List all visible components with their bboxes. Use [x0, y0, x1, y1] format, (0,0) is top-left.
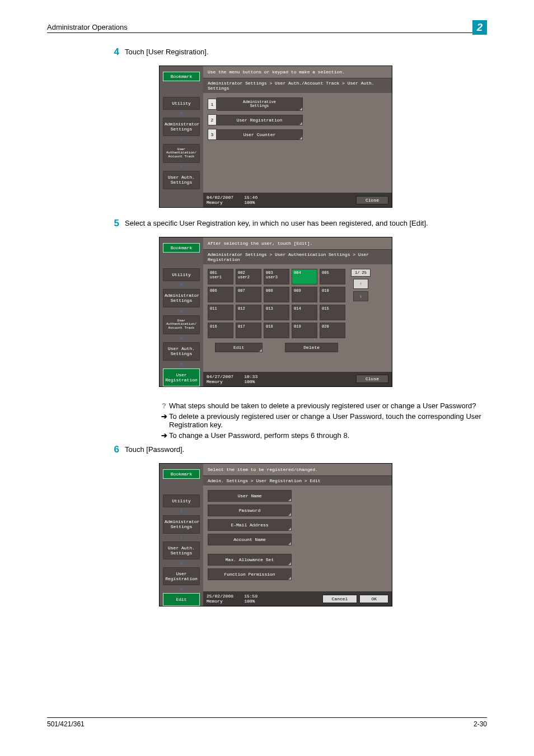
menu-user-registration[interactable]: User Registration	[217, 115, 303, 125]
screenshot-step4: Bookmark Utility ⬇ Administrator Setting…	[159, 66, 392, 208]
menu-admin-settings[interactable]: Administrative Settings	[217, 97, 303, 111]
footer-page: 2-30	[474, 720, 487, 728]
step-4-number: 4	[102, 46, 125, 58]
chapter-badge: 2	[472, 20, 487, 35]
status-memory-pct: 100%	[244, 599, 255, 604]
question-icon: ?	[159, 402, 169, 410]
delete-button[interactable]: Delete	[285, 343, 338, 352]
step-6-number: 6	[102, 444, 125, 455]
breadcrumb-path: Administrator Settings > User Auth./Acco…	[203, 78, 392, 93]
status-date: 04/02/2007	[207, 195, 233, 200]
user-slot-016[interactable]: 016	[208, 323, 233, 338]
breadcrumb-arrow-icon: ⬇	[160, 361, 203, 368]
breadcrumb-path: Admin. Settings > User Registration > Ed…	[203, 476, 392, 486]
footer-model: 501/421/361	[47, 720, 85, 728]
answer-text-1: To delete a previously registered user o…	[169, 412, 487, 429]
user-slot-012[interactable]: 012	[236, 305, 261, 320]
instruction-bar: Use the menu buttons or keypad to make a…	[203, 66, 392, 78]
sidebar-edit[interactable]: Edit	[163, 593, 200, 606]
step-6-text: Touch [Password].	[125, 444, 487, 455]
status-memory-pct: 100%	[244, 200, 255, 205]
edit-button[interactable]: Edit	[215, 343, 263, 352]
breadcrumb-arrow-icon: ⬇	[160, 560, 203, 567]
user-slot-020[interactable]: 020	[320, 323, 345, 338]
breadcrumb-arrow-icon: ⬇	[160, 137, 203, 143]
cancel-button[interactable]: Cancel	[322, 595, 358, 603]
user-slot-010[interactable]: 010	[320, 287, 345, 302]
option-function-permission[interactable]: Function Permission	[208, 568, 292, 580]
user-slot-003[interactable]: 003user3	[264, 269, 289, 284]
option-email-address[interactable]: E-Mail Address	[208, 519, 292, 531]
status-date: 25/02/2008	[207, 594, 233, 599]
option-password[interactable]: Password	[208, 505, 292, 516]
sidebar-admin-settings[interactable]: Administrator Settings	[163, 118, 200, 136]
sidebar-user-auth-settings[interactable]: User Auth. Settings	[163, 342, 200, 360]
step-5-number: 5	[102, 218, 125, 229]
answer-text-2: To change a User Password, perform steps…	[169, 431, 487, 440]
instruction-bar: Select the item to be registered/changed…	[203, 464, 392, 476]
status-memory-label: Memory	[207, 200, 223, 205]
sidebar-admin-settings[interactable]: Administrator Settings	[163, 289, 200, 307]
step-4-text: Touch [User Registration].	[125, 46, 487, 58]
breadcrumb-arrow-icon: ⬇	[160, 508, 203, 515]
user-slot-018[interactable]: 018	[264, 323, 289, 338]
user-slot-007[interactable]: 007	[236, 287, 261, 302]
breadcrumb-arrow-icon: ⬇	[160, 308, 203, 315]
status-date: 04/27/2007	[207, 374, 233, 379]
user-slot-009[interactable]: 009	[292, 287, 317, 302]
menu-index: 2	[208, 114, 217, 125]
user-slot-014[interactable]: 014	[292, 305, 317, 320]
answer-arrow-icon: ➔	[159, 412, 169, 421]
breadcrumb-arrow-icon: ⬇	[160, 282, 203, 288]
sidebar-user-auth-account[interactable]: User Authentication/ Account Track	[163, 144, 200, 164]
user-slot-004[interactable]: 004	[292, 269, 317, 284]
answer-arrow-icon: ➔	[159, 431, 169, 440]
screenshot-step6: Bookmark Utility ⬇ Administrator Setting…	[159, 463, 392, 607]
sidebar-user-auth-settings[interactable]: User Auth. Settings	[163, 542, 200, 559]
sidebar-admin-settings[interactable]: Administrator Settings	[163, 515, 200, 533]
sidebar-utility[interactable]: Utility	[163, 494, 200, 507]
user-slot-008[interactable]: 008	[264, 287, 289, 302]
pager-down-button[interactable]: ↓	[353, 291, 368, 301]
ok-button[interactable]: OK	[359, 595, 388, 603]
user-slot-013[interactable]: 013	[264, 305, 289, 320]
user-slot-006[interactable]: 006	[208, 287, 233, 302]
sidebar-user-registration[interactable]: User Registration	[163, 567, 200, 585]
close-button[interactable]: Close	[356, 196, 388, 204]
status-memory-label: Memory	[207, 379, 223, 384]
bookmark-button[interactable]: Bookmark	[163, 469, 200, 479]
user-slot-002[interactable]: 002user2	[236, 269, 261, 284]
user-slot-019[interactable]: 019	[292, 323, 317, 338]
breadcrumb-arrow-icon: ⬇	[160, 335, 203, 342]
breadcrumb-arrow-icon: ⬇	[160, 164, 203, 170]
question-text: What steps should be taken to delete a p…	[169, 402, 487, 410]
option-user-name[interactable]: User Name	[208, 490, 292, 502]
user-slot-005[interactable]: 005	[320, 269, 345, 284]
sidebar-user-auth-settings[interactable]: User Auth. Settings	[163, 171, 200, 189]
status-time: 15:58	[244, 594, 257, 599]
sidebar-utility[interactable]: Utility	[163, 97, 200, 110]
step-5-text: Select a specific User Registration key,…	[125, 218, 487, 229]
close-button[interactable]: Close	[356, 375, 388, 383]
status-memory-label: Memory	[207, 599, 223, 604]
pager-up-button[interactable]: ↑	[353, 279, 368, 289]
option-account-name[interactable]: Account Name	[208, 534, 292, 545]
sidebar-user-auth-account[interactable]: User Authentication/ Account Track	[163, 315, 200, 335]
page-header-title: Administrator Operations	[47, 23, 128, 31]
user-slot-017[interactable]: 017	[236, 323, 261, 338]
sidebar-user-registration[interactable]: User Registration	[163, 368, 200, 386]
user-slot-015[interactable]: 015	[320, 305, 345, 320]
bookmark-button[interactable]: Bookmark	[163, 243, 200, 253]
menu-index: 3	[208, 129, 217, 140]
user-slot-011[interactable]: 011	[208, 305, 233, 320]
status-time: 10:33	[244, 374, 257, 379]
status-time: 15:46	[244, 195, 257, 200]
sidebar-utility[interactable]: Utility	[163, 268, 200, 281]
menu-user-counter[interactable]: User Counter	[217, 129, 303, 140]
option-max-allowance[interactable]: Max. Allowance Set	[208, 554, 292, 566]
bookmark-button[interactable]: Bookmark	[163, 72, 200, 81]
pager-label: 1/ 25	[351, 269, 371, 277]
user-slot-001[interactable]: 001user1	[208, 269, 233, 284]
breadcrumb-arrow-icon: ⬇	[160, 534, 203, 541]
status-memory-pct: 100%	[244, 379, 255, 384]
